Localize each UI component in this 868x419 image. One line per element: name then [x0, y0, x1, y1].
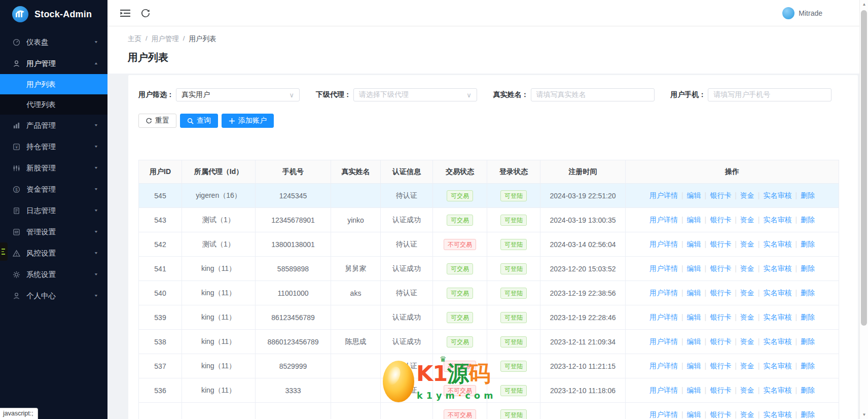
action-link-0[interactable]: 用户详情 — [649, 289, 678, 297]
action-link-0[interactable]: 用户详情 — [649, 191, 678, 199]
vertical-scrollbar[interactable]: ▲ ▼ — [859, 0, 868, 419]
app-logo[interactable]: Stock-Admin — [0, 0, 107, 28]
action-link-0[interactable]: 用户详情 — [649, 264, 678, 272]
action-link-3[interactable]: 资金 — [740, 264, 754, 272]
action-link-5[interactable]: 删除 — [801, 313, 815, 321]
action-link-5[interactable]: 删除 — [801, 337, 815, 345]
action-link-2[interactable]: 银行卡 — [710, 191, 731, 199]
action-link-0[interactable]: 用户详情 — [649, 240, 678, 248]
sidebar-item-10[interactable]: 个人中心▼ — [0, 285, 107, 306]
action-link-4[interactable]: 实名审核 — [763, 191, 791, 199]
action-link-4[interactable]: 实名审核 — [763, 313, 791, 321]
action-link-0[interactable]: 用户详情 — [649, 313, 678, 321]
action-link-5[interactable]: 删除 — [801, 216, 815, 224]
action-link-0[interactable]: 用户详情 — [649, 362, 678, 370]
action-link-3[interactable]: 资金 — [740, 410, 754, 418]
action-link-2[interactable]: 银行卡 — [710, 337, 731, 345]
app-root: Stock-Admin 仪表盘▼用户管理▲用户列表代理列表产品管理▼¥持仓管理▼… — [0, 0, 868, 419]
action-link-3[interactable]: 资金 — [740, 216, 754, 224]
trade-status-badge: 可交易 — [447, 190, 473, 201]
action-link-2[interactable]: 银行卡 — [710, 240, 731, 248]
cell-agent: king（11） — [182, 354, 256, 378]
action-link-0[interactable]: 用户详情 — [649, 216, 678, 224]
action-link-3[interactable]: 资金 — [740, 191, 754, 199]
action-link-1[interactable]: 编辑 — [687, 240, 701, 248]
sidebar-item-4[interactable]: 新股管理▼ — [0, 157, 107, 179]
cell-trade-status: 可交易 — [433, 305, 487, 330]
action-link-4[interactable]: 实名审核 — [763, 289, 791, 297]
sidebar-item-3[interactable]: ¥持仓管理▼ — [0, 136, 107, 157]
action-link-3[interactable]: 资金 — [740, 313, 754, 321]
scroll-down-arrow[interactable]: ▼ — [860, 410, 868, 419]
action-link-1[interactable]: 编辑 — [687, 386, 701, 394]
action-link-1[interactable]: 编辑 — [687, 264, 701, 272]
action-link-2[interactable]: 银行卡 — [710, 386, 731, 394]
action-link-3[interactable]: 资金 — [740, 362, 754, 370]
sidebar-item-5[interactable]: $资金管理▼ — [0, 179, 107, 200]
add-account-button[interactable]: 添加账户 — [222, 114, 274, 128]
action-link-1[interactable]: 编辑 — [687, 313, 701, 321]
action-link-2[interactable]: 银行卡 — [710, 313, 731, 321]
sidebar-subitem[interactable]: 代理列表 — [0, 94, 107, 115]
action-link-4[interactable]: 实名审核 — [763, 386, 791, 394]
action-link-2[interactable]: 银行卡 — [710, 289, 731, 297]
action-link-2[interactable]: 银行卡 — [710, 216, 731, 224]
action-link-0[interactable]: 用户详情 — [649, 410, 678, 418]
scroll-up-arrow[interactable]: ▲ — [860, 0, 868, 9]
action-link-1[interactable]: 编辑 — [687, 410, 701, 418]
action-link-5[interactable]: 删除 — [801, 191, 815, 199]
breadcrumb-item[interactable]: 用户管理 — [152, 34, 179, 44]
action-link-1[interactable]: 编辑 — [687, 289, 701, 297]
action-link-4[interactable]: 实名审核 — [763, 337, 791, 345]
sidebar-subitem[interactable]: 用户列表 — [0, 74, 107, 94]
action-link-1[interactable]: 编辑 — [687, 362, 701, 370]
filter-select-0[interactable]: 真实用户∨ — [176, 88, 300, 101]
positions-icon: ¥ — [12, 143, 20, 151]
action-link-4[interactable]: 实名审核 — [763, 216, 791, 224]
action-link-5[interactable]: 删除 — [801, 362, 815, 370]
browser-extension-widget[interactable] — [0, 242, 8, 261]
action-link-4[interactable]: 实名审核 — [763, 264, 791, 272]
action-link-4[interactable]: 实名审核 — [763, 240, 791, 248]
sidebar-item-0[interactable]: 仪表盘▼ — [0, 31, 107, 53]
filter-input-3[interactable]: 请填写用户手机号 — [708, 88, 831, 101]
topbar-user[interactable]: Mitrade — [782, 7, 822, 19]
action-link-2[interactable]: 银行卡 — [710, 362, 731, 370]
action-separator: | — [758, 337, 760, 345]
collapse-sidebar-icon[interactable] — [120, 8, 131, 19]
action-link-3[interactable]: 资金 — [740, 240, 754, 248]
action-link-5[interactable]: 删除 — [801, 289, 815, 297]
sidebar-item-2[interactable]: 产品管理▼ — [0, 115, 107, 136]
search-button[interactable]: 查询 — [180, 114, 218, 128]
action-link-1[interactable]: 编辑 — [687, 337, 701, 345]
action-link-4[interactable]: 实名审核 — [763, 410, 791, 418]
sidebar-item-6[interactable]: 日志管理▼ — [0, 200, 107, 221]
action-link-3[interactable]: 资金 — [740, 337, 754, 345]
action-link-0[interactable]: 用户详情 — [649, 337, 678, 345]
action-link-0[interactable]: 用户详情 — [649, 386, 678, 394]
action-link-2[interactable]: 银行卡 — [710, 264, 731, 272]
action-link-5[interactable]: 删除 — [801, 240, 815, 248]
action-link-1[interactable]: 编辑 — [687, 216, 701, 224]
login-status-badge: 可登陆 — [500, 336, 527, 347]
sidebar-item-8[interactable]: 风控设置▼ — [0, 242, 107, 264]
chevron-down-icon: ▼ — [94, 272, 98, 276]
action-link-5[interactable]: 删除 — [801, 264, 815, 272]
action-separator: | — [735, 313, 737, 321]
action-link-3[interactable]: 资金 — [740, 386, 754, 394]
action-link-4[interactable]: 实名审核 — [763, 362, 791, 370]
sidebar-item-9[interactable]: 系统设置▼ — [0, 264, 107, 285]
action-link-1[interactable]: 编辑 — [687, 191, 701, 199]
action-link-5[interactable]: 删除 — [801, 386, 815, 394]
scrollbar-thumb[interactable] — [861, 10, 867, 326]
filter-input-2[interactable]: 请填写真实姓名 — [531, 88, 655, 101]
refresh-icon[interactable] — [140, 8, 151, 19]
sidebar-item-7[interactable]: 管理设置▼ — [0, 221, 107, 242]
action-link-3[interactable]: 资金 — [740, 289, 754, 297]
action-link-2[interactable]: 银行卡 — [710, 410, 731, 418]
action-link-5[interactable]: 删除 — [801, 410, 815, 418]
filter-select-1[interactable]: 请选择下级代理∨ — [353, 88, 477, 101]
reset-button[interactable]: 重置 — [138, 114, 176, 128]
breadcrumb-item[interactable]: 主页 — [128, 34, 141, 44]
sidebar-item-1[interactable]: 用户管理▲ — [0, 53, 107, 74]
